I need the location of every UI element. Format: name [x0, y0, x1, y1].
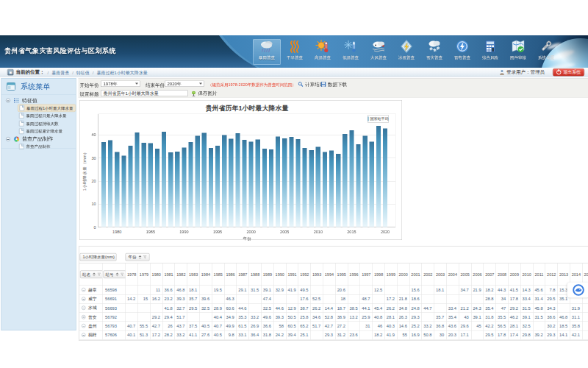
value-cell: 34.6: [311, 313, 323, 322]
query-toolbar: 开始年份 1978年 结束年份 2020年 （规范采用1978-2020年数据作…: [79, 79, 588, 98]
year-column-header[interactable]: 1984: [200, 263, 212, 286]
save-image-button[interactable]: 保存图片: [191, 91, 218, 97]
year-column-header[interactable]: 1987: [237, 263, 249, 286]
year-column-header[interactable]: 1990: [273, 263, 286, 286]
year-column-header[interactable]: 1980: [150, 263, 162, 286]
year-column-header[interactable]: 2009: [508, 263, 520, 286]
bar-1979: [108, 141, 112, 227]
tree-item-暴雨过程1小时最大降水量[interactable]: 暴雨过程1小时最大降水量: [18, 105, 76, 113]
value-cell: 33.1: [237, 330, 249, 339]
collapse-icon[interactable]: [6, 137, 10, 141]
value-cell: 33.2: [249, 313, 262, 322]
year-column-header[interactable]: 1992: [298, 263, 311, 286]
station-name-cell[interactable]: 桐梓: [79, 330, 103, 339]
year-column-header[interactable]: 2012: [545, 263, 558, 286]
value-cell: 41.9: [286, 286, 298, 294]
year-column-header[interactable]: 1986: [224, 263, 237, 286]
nav-item-雷电普查[interactable]: 雷电普查: [448, 39, 476, 65]
year-column-header[interactable]: 1993: [311, 263, 323, 286]
column-field-chip[interactable]: 年份: [126, 253, 150, 261]
station-name-cell[interactable]: 威宁: [79, 294, 103, 303]
row-field-chip-站名[interactable]: 站名: [80, 271, 102, 279]
expand-icon[interactable]: [82, 324, 86, 328]
bar-1980: [115, 152, 119, 227]
year-column-header[interactable]: 2011: [533, 263, 545, 286]
expand-icon[interactable]: [82, 297, 86, 301]
year-column-header[interactable]: 1978: [126, 263, 138, 286]
value-cell: 52.5: [311, 294, 323, 303]
year-column-header[interactable]: 1981: [162, 263, 175, 286]
year-column-header[interactable]: 2005: [459, 263, 471, 286]
nav-item-图件审核[interactable]: 图件审核: [504, 39, 532, 65]
nav-item-低温普查[interactable]: 低温普查: [337, 39, 365, 65]
year-column-header[interactable]: 2001: [409, 263, 422, 286]
year-column-header[interactable]: 2008: [496, 263, 509, 286]
expand-icon[interactable]: [82, 315, 86, 319]
nav-item-综合风险[interactable]: 综合风险: [476, 39, 504, 65]
year-column-header[interactable]: 1983: [187, 263, 200, 286]
year-column-header[interactable]: 2000: [397, 263, 409, 286]
x-axis-line: [98, 227, 396, 228]
tree-item-暴雨过程累计降水量[interactable]: 暴雨过程累计降水量: [18, 127, 76, 135]
value-cell: 42.7: [150, 322, 162, 330]
value-cell: 33.2: [422, 322, 434, 330]
year-column-header[interactable]: 1996: [348, 263, 360, 286]
tree-item-暴雨过程日最大降水量[interactable]: 暴雨过程日最大降水量: [18, 112, 76, 120]
breadcrumb-item[interactable]: 特征值: [76, 70, 90, 75]
station-name-cell[interactable]: 普安: [79, 313, 103, 322]
year-column-header[interactable]: 1988: [249, 263, 262, 286]
data-download-button[interactable]: 数据下载: [321, 81, 348, 88]
year-column-header[interactable]: 1994: [323, 263, 336, 286]
tree-group-特征值[interactable]: 特征值: [1, 96, 76, 105]
expand-icon[interactable]: [82, 333, 86, 337]
year-column-header[interactable]: 1999: [384, 263, 397, 286]
nav-item-暴雨普查[interactable]: 暴雨普查: [253, 39, 281, 65]
year-column-header[interactable]: 1998: [373, 263, 385, 286]
nav-item-系统设置[interactable]: 系统设置: [532, 39, 560, 65]
year-column-header[interactable]: 1982: [175, 263, 187, 286]
nav-item-大风普查[interactable]: 大风普查: [365, 39, 392, 65]
value-cell: 46.2: [508, 313, 520, 322]
value-cell: 17.4: [508, 330, 520, 339]
breadcrumb-item[interactable]: 暴雨普查: [51, 70, 69, 75]
measure-field-chip[interactable]: 1小时降水量(mm): [80, 253, 117, 261]
expand-icon[interactable]: [82, 306, 86, 311]
year-column-header[interactable]: 1997: [360, 263, 373, 286]
nav-item-干旱普查[interactable]: 干旱普查: [281, 39, 309, 65]
year-column-header[interactable]: 2003: [434, 263, 447, 286]
floating-assistant-widget[interactable]: [567, 283, 588, 298]
logout-button[interactable]: 退出系统: [553, 68, 584, 77]
year-column-header[interactable]: 1989: [262, 263, 274, 286]
station-name-cell[interactable]: 赫章: [79, 286, 103, 294]
year-column-header[interactable]: 1995: [335, 263, 348, 286]
tree-item-暴雨过程持续天数[interactable]: 暴雨过程持续天数: [18, 120, 76, 128]
station-name: 威宁: [88, 297, 97, 301]
station-name-cell[interactable]: 盘州: [79, 322, 103, 330]
chart-panel: 贵州省历年1小时最大降水量 国家站平均 1小时降水量（mm） 年份 010203…: [79, 100, 402, 240]
tree-group-普查产品制作[interactable]: 普查产品制作: [1, 135, 76, 144]
station-name-cell[interactable]: 水城: [79, 303, 103, 312]
nav-item-雪灾普查[interactable]: ✻✻✻ 雪灾普查: [420, 39, 448, 65]
year-column-header[interactable]: 1985: [212, 263, 224, 286]
year-column-header[interactable]: 2006: [471, 263, 484, 286]
bar-1984: [142, 143, 146, 227]
bar-2006: [289, 137, 293, 227]
nav-item-冰雹普查[interactable]: 冰雹普查: [392, 39, 420, 65]
value-cell: [273, 294, 286, 303]
row-field-chip-站号[interactable]: 站号: [104, 271, 126, 279]
year-column-header[interactable]: 2007: [484, 263, 496, 286]
nav-item-高温普查[interactable]: 高温普查: [309, 39, 337, 65]
start-year-select[interactable]: 1978年: [101, 81, 140, 88]
year-column-header[interactable]: 2002: [422, 263, 434, 286]
year-column-header[interactable]: 1991: [286, 263, 298, 286]
expand-icon[interactable]: [82, 288, 86, 292]
year-column-header[interactable]: 1979: [138, 263, 151, 286]
breadcrumb-item[interactable]: 暴雨过程1小时最大降水量: [97, 70, 148, 75]
year-column-header[interactable]: 2010: [520, 263, 533, 286]
tree-item-普查产品制作[interactable]: 普查产品制作: [18, 143, 76, 151]
collapse-icon[interactable]: [6, 98, 10, 102]
chart-title-input[interactable]: 贵州省历年1小时最大降水量: [101, 91, 188, 97]
end-year-select[interactable]: 2020年: [165, 81, 204, 88]
value-cell: 14.6: [397, 322, 409, 330]
year-column-header[interactable]: 2004: [446, 263, 459, 286]
